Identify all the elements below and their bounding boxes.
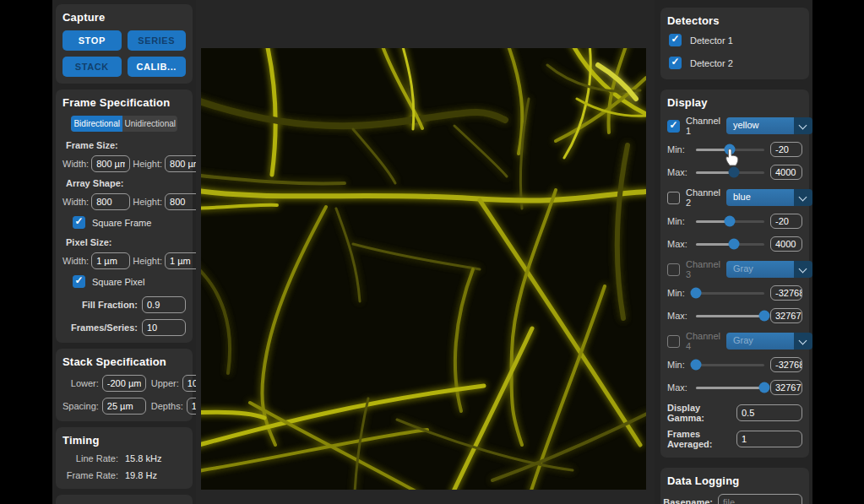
detector-2-label: Detector 2 [690, 58, 733, 68]
application-window: { "left_panel": { "capture": { "title": … [0, 0, 864, 504]
channel-1-checkbox[interactable] [667, 120, 680, 133]
channel-4-checkbox[interactable] [667, 335, 680, 348]
channel-2-max-value[interactable]: 4000 [770, 236, 802, 252]
frame-rate-label: Frame Rate: [62, 470, 118, 480]
unidirectional-toggle-option[interactable]: Unidirectional [122, 116, 177, 132]
data-logging-title: Data Logging [667, 474, 802, 487]
channel-3-min-slider-thumb[interactable] [691, 288, 702, 299]
channel-4-label: Channel 4 [686, 331, 720, 351]
stack-specification-section: Stack Specification Lower: Upper: Spacin… [56, 349, 193, 421]
line-rate-value: 15.8 kHz [125, 453, 161, 463]
detectors-title: Detectors [667, 14, 802, 27]
stack-button[interactable]: STACK [62, 57, 122, 77]
timing-title: Timing [62, 434, 186, 447]
bidirectional-toggle-option[interactable]: Bidirectional [71, 116, 122, 132]
frames-averaged-input[interactable] [736, 431, 802, 447]
channel-1-max-value[interactable]: 4000 [770, 165, 802, 180]
channel-3-colormap-value: Gray [726, 261, 794, 278]
frames-per-series-label: Frames/Series: [71, 322, 138, 333]
channel-3-max-slider[interactable] [696, 315, 764, 317]
stack-lower-input[interactable] [102, 375, 146, 392]
channel-2-min-value[interactable]: -20 [770, 214, 802, 229]
channel-4-colormap-value: Gray [726, 333, 794, 350]
detector-2-checkbox[interactable] [669, 57, 682, 69]
scan-direction-toggle: Bidirectional Unidirectional [71, 116, 177, 132]
square-frame-checkbox[interactable] [73, 216, 85, 229]
channel-4-colormap-select[interactable]: Gray [726, 333, 812, 350]
channel-1-min-slider[interactable] [696, 149, 764, 151]
channel-1-min-value[interactable]: -20 [770, 142, 802, 157]
channel-3-max-value[interactable]: 32767 [770, 308, 802, 323]
channel-3-max-slider-thumb[interactable] [759, 311, 770, 322]
calibrate-button[interactable]: CALIB... [128, 57, 187, 77]
channel-2-max-slider-thumb[interactable] [729, 239, 740, 250]
channel-3-group: Channel 3 Gray Min: -32768 Max: 32767 [667, 259, 802, 323]
display-gamma-label: Display Gamma: [667, 403, 731, 423]
channel-4-min-slider-thumb[interactable] [691, 360, 702, 371]
data-logging-section: Data Logging Basename: Frames/File: Path… [660, 468, 809, 504]
image-viewport-area [196, 0, 655, 504]
frame-width-input[interactable] [91, 155, 130, 172]
series-button[interactable]: SERIES [128, 30, 187, 51]
capture-section: Capture STOP SERIES STACK CALIB... [56, 4, 193, 84]
detector-1-checkbox[interactable] [669, 34, 682, 46]
channel-4-min-value[interactable]: -32768 [770, 357, 802, 372]
frame-height-label: Height: [133, 159, 162, 169]
line-rate-label: Line Rate: [62, 453, 118, 463]
channel-4-group: Channel 4 Gray Min: -32768 Max: 32767 [667, 331, 802, 395]
frame-width-label: Width: [62, 159, 89, 169]
channel-2-min-slider[interactable] [696, 220, 764, 223]
display-gamma-input[interactable] [736, 404, 802, 421]
chevron-down-icon [794, 189, 812, 206]
channel-3-max-label: Max: [667, 311, 690, 321]
frames-per-series-input[interactable] [142, 319, 186, 336]
fill-fraction-label: Fill Fraction: [82, 300, 138, 310]
channel-1-max-label: Max: [667, 167, 690, 177]
channel-3-min-slider[interactable] [696, 292, 764, 295]
display-title: Display [667, 96, 802, 109]
right-control-panel: Detectors Detector 1 Detector 2 Display … [655, 0, 812, 504]
array-height-label: Height: [133, 197, 162, 207]
stack-spacing-input[interactable] [102, 398, 146, 415]
chevron-down-icon [794, 117, 812, 134]
array-width-input[interactable] [91, 193, 130, 210]
fill-fraction-input[interactable] [142, 296, 186, 313]
channel-4-min-slider[interactable] [696, 364, 764, 366]
channel-4-max-slider-thumb[interactable] [759, 382, 770, 393]
basename-input[interactable] [718, 494, 802, 504]
channel-4-min-label: Min: [667, 360, 690, 370]
channel-1-colormap-select[interactable]: yellow [726, 117, 812, 134]
channel-3-colormap-select[interactable]: Gray [726, 261, 812, 278]
channel-2-colormap-value: blue [726, 189, 794, 206]
channel-3-min-value[interactable]: -32768 [770, 285, 802, 301]
channel-2-label: Channel 2 [686, 187, 720, 208]
stop-button[interactable]: STOP [62, 30, 122, 51]
chevron-down-icon [794, 333, 812, 350]
channel-4-max-value[interactable]: 32767 [770, 380, 802, 395]
pixel-height-label: Height: [133, 256, 162, 266]
square-pixel-label: Square Pixel [92, 277, 144, 287]
channel-1-max-slider[interactable] [696, 171, 764, 174]
channel-3-checkbox[interactable] [667, 263, 680, 276]
channel-3-min-label: Min: [667, 288, 690, 298]
frame-specification-title: Frame Specification [62, 96, 186, 109]
stage-section: Stage ↑ ← XY → ↓ ↑ Z ↓ [56, 495, 193, 504]
channel-2-checkbox[interactable] [667, 192, 680, 204]
channel-2-min-slider-thumb[interactable] [725, 216, 736, 227]
channel-1-colormap-value: yellow [726, 117, 794, 134]
chevron-down-icon [794, 261, 812, 278]
channel-1-group: Channel 1 yellow Min: -20 Max: 4000 [667, 116, 802, 180]
square-pixel-checkbox[interactable] [73, 275, 85, 288]
channel-2-max-slider[interactable] [696, 243, 764, 246]
channel-1-min-slider-thumb[interactable] [725, 144, 736, 155]
pixel-width-input[interactable] [91, 252, 130, 269]
frames-averaged-label: Frames Averaged: [667, 429, 731, 449]
channel-2-colormap-select[interactable]: blue [726, 189, 812, 206]
timing-section: Timing Line Rate: 15.8 kHz Frame Rate: 1… [56, 427, 193, 489]
channel-4-max-slider[interactable] [696, 387, 764, 389]
channel-1-max-slider-thumb[interactable] [729, 167, 740, 178]
basename-label: Basename: [663, 497, 713, 504]
detector-1-label: Detector 1 [690, 35, 733, 46]
fluorescence-image [201, 48, 646, 490]
channel-4-max-label: Max: [667, 382, 690, 393]
